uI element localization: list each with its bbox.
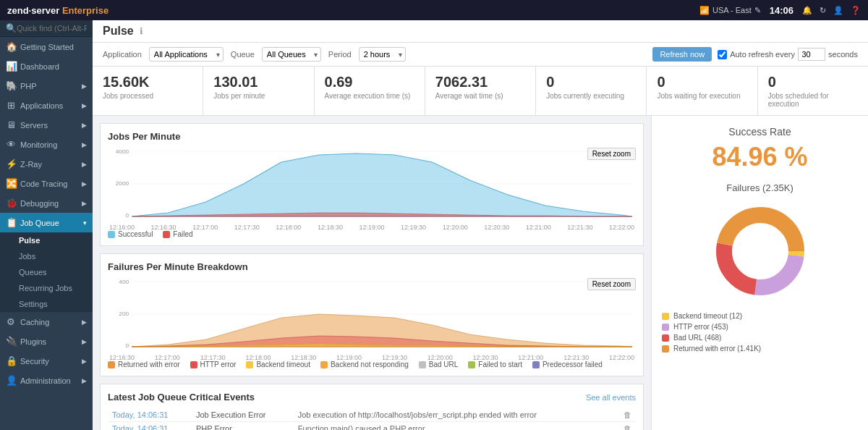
sidebar-item-job-queue[interactable]: 📋 Job Queue ▾ [0, 213, 93, 232]
see-all-events-link[interactable]: See all events [586, 393, 636, 402]
legend-failed: Failed [163, 230, 192, 238]
help-icon[interactable]: ❓ [851, 6, 861, 15]
info-icon[interactable]: ℹ [140, 26, 143, 36]
stat-label: Jobs processed [103, 92, 192, 100]
svg-text:4000: 4000 [116, 148, 129, 155]
legend-label: Returned with error [118, 361, 180, 368]
signal-icon: 📶 [699, 6, 710, 15]
sidebar-item-dashboard[interactable]: 📊 Dashboard [0, 56, 93, 76]
queue-select[interactable]: All Queues [262, 47, 321, 62]
period-select[interactable]: 2 hours [359, 47, 406, 62]
event-type: Job Execution Error [192, 408, 294, 422]
stat-value: 0 [657, 74, 746, 90]
sidebar-item-debugging[interactable]: 🐞 Debugging ▶ [0, 193, 93, 213]
failure-legend-http-error: HTTP error (453) [662, 323, 858, 331]
right-panel: Success Rate 84.96 % Failures (2.35K) [651, 116, 868, 430]
svg-text:200: 200 [119, 311, 129, 317]
sidebar-item-pulse[interactable]: Pulse [0, 232, 93, 248]
application-select-wrap: All Applications [149, 47, 224, 62]
debugging-icon: 🐞 [6, 198, 16, 208]
filter-bar: Application All Applications Queue All Q… [93, 43, 868, 67]
sidebar-item-label: Servers [20, 121, 48, 130]
refresh-icon[interactable]: ↻ [820, 6, 826, 15]
legend-dot [246, 361, 253, 368]
queue-select-wrap: All Queues [262, 47, 321, 62]
sidebar-search[interactable]: 🔍 [0, 20, 93, 37]
reset-zoom-button-2[interactable]: Reset zoom [587, 278, 636, 290]
sidebar-item-servers[interactable]: 🖥 Servers ▶ [0, 115, 93, 135]
legend-label: HTTP error [200, 361, 237, 368]
donut-center [740, 231, 780, 271]
sidebar-item-php[interactable]: 🐘 PHP ▶ [0, 76, 93, 96]
reset-zoom-button[interactable]: Reset zoom [587, 148, 636, 160]
queue-label: Queue [231, 50, 255, 59]
event-delete-button[interactable]: 🗑 [614, 422, 636, 431]
legend-dot [662, 313, 669, 320]
header-bar: Pulse ℹ [93, 20, 868, 43]
legend-bad-url: Bad URL [419, 361, 459, 368]
chevron-down-icon: ▾ [83, 219, 87, 227]
chevron-right-icon: ▶ [82, 180, 87, 187]
topbar-right: 📶 USA - East ✎ 14:06 🔔 ↻ 👤 ❓ [699, 5, 861, 16]
refresh-now-button[interactable]: Refresh now [652, 47, 712, 62]
legend-dot [662, 324, 669, 331]
dashboard-icon: 📊 [6, 61, 16, 72]
administration-icon: 👤 [6, 375, 16, 386]
application-select[interactable]: All Applications [149, 47, 224, 62]
stat-label: Jobs per minute [213, 92, 303, 100]
sidebar-item-label: Dashboard [20, 62, 59, 71]
sidebar-item-code-tracing[interactable]: 🔀 Code Tracing ▶ [0, 174, 93, 193]
table-row: Today, 14:06:31 PHP Error Function main(… [108, 422, 636, 431]
legend-backend-not-responding: Backend not responding [320, 361, 409, 368]
sidebar-item-applications[interactable]: ⊞ Applications ▶ [0, 96, 93, 115]
stat-label: Jobs waiting for execution [657, 92, 746, 100]
chevron-right-icon: ▶ [82, 200, 87, 207]
sidebar-item-settings[interactable]: Settings [0, 296, 93, 312]
failures-per-minute-svg: 400 200 0 [108, 278, 636, 350]
legend-dot [320, 361, 328, 368]
sidebar-item-jobs[interactable]: Jobs [0, 248, 93, 264]
period-label: Period [328, 50, 352, 59]
legend-dot [108, 361, 115, 368]
caching-icon: ⚙ [6, 316, 16, 327]
stat-avg-wait-time: 7062.31 Average wait time (s) [425, 67, 536, 115]
sidebar-item-security[interactable]: 🔒 Security ▶ [0, 351, 93, 371]
sidebar-item-queues[interactable]: Queues [0, 264, 93, 280]
stat-value: 0 [768, 74, 858, 90]
auto-refresh-unit: seconds [828, 50, 858, 59]
user-icon[interactable]: 👤 [833, 6, 843, 15]
success-rate-value: 84.96 % [662, 142, 858, 172]
stat-value: 15.60K [103, 74, 192, 90]
filter-right: Refresh now Auto refresh every seconds [652, 47, 858, 62]
event-delete-button[interactable]: 🗑 [614, 408, 636, 422]
search-icon: 🔍 [6, 23, 17, 33]
failures-per-minute-section: Failures Per Minute Breakdown Reset zoom… [100, 253, 644, 376]
legend-label: Predecessor failed [542, 361, 603, 368]
sidebar-item-caching[interactable]: ⚙ Caching ▶ [0, 312, 93, 332]
auto-refresh-input[interactable] [798, 48, 825, 61]
auto-refresh-checkbox[interactable] [718, 50, 727, 59]
legend-dot [662, 334, 669, 342]
chevron-right-icon: ▶ [82, 141, 87, 148]
search-input[interactable] [17, 24, 87, 33]
sidebar-item-plugins[interactable]: 🔌 Plugins ▶ [0, 332, 93, 351]
sidebar-item-recurring-jobs[interactable]: Recurring Jobs [0, 280, 93, 296]
stat-label: Average wait time (s) [435, 92, 525, 100]
chevron-right-icon: ▶ [82, 319, 87, 326]
failure-legend-backend-timeout: Backend timeout (12) [662, 312, 858, 320]
legend-dot [662, 345, 669, 353]
sidebar-item-z-ray[interactable]: ⚡ Z-Ray ▶ [0, 154, 93, 174]
sidebar-item-administration[interactable]: 👤 Administration ▶ [0, 371, 93, 390]
notification-icon[interactable]: 🔔 [802, 6, 812, 15]
stat-jobs-processed: 15.60K Jobs processed [93, 67, 203, 115]
failures-per-minute-chart: Reset zoom 400 200 0 [108, 278, 636, 358]
edit-icon[interactable]: ✎ [754, 6, 761, 15]
legend-failed-to-start: Failed to start [468, 361, 522, 368]
sidebar-item-monitoring[interactable]: 👁 Monitoring ▶ [0, 135, 93, 154]
chevron-right-icon: ▶ [82, 358, 87, 365]
legend-label: HTTP error (453) [673, 323, 728, 331]
sidebar-item-getting-started[interactable]: 🏠 Getting Started [0, 37, 93, 56]
servers-icon: 🖥 [6, 119, 16, 130]
stat-value: 0 [546, 74, 636, 90]
event-message: Function main() caused a PHP error. [294, 422, 614, 431]
